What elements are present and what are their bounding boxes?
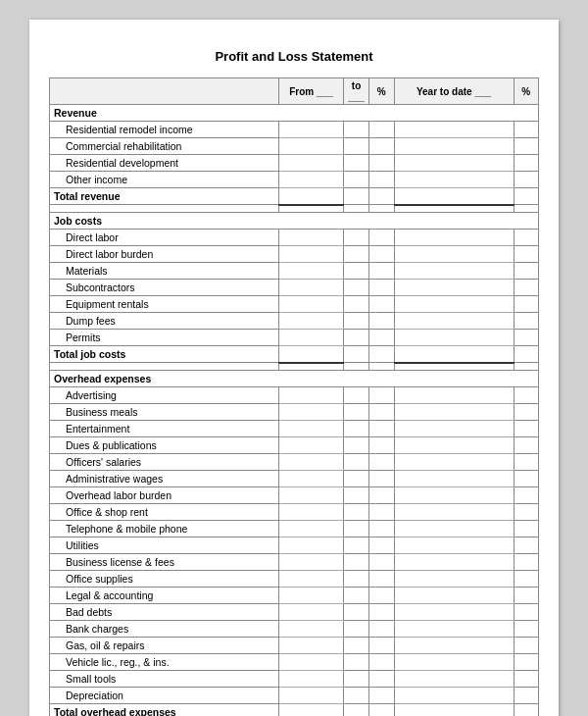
pct1-cell[interactable] bbox=[369, 437, 394, 454]
ytd-value[interactable] bbox=[394, 638, 514, 654]
from-value[interactable] bbox=[278, 155, 343, 172]
pct1-cell[interactable] bbox=[369, 387, 394, 404]
pct1-cell[interactable] bbox=[369, 638, 394, 654]
pct1-cell[interactable] bbox=[369, 454, 394, 471]
pct1-cell[interactable] bbox=[369, 521, 394, 537]
pct1-cell[interactable] bbox=[369, 571, 394, 588]
ytd-value[interactable] bbox=[394, 296, 514, 313]
pct1-cell[interactable] bbox=[369, 296, 394, 313]
pct1-cell[interactable] bbox=[369, 671, 394, 688]
ytd-value[interactable] bbox=[394, 654, 514, 671]
pct2-cell[interactable] bbox=[514, 654, 538, 671]
ytd-value[interactable] bbox=[394, 504, 514, 521]
from-value[interactable] bbox=[278, 537, 343, 554]
pct1-cell[interactable] bbox=[369, 230, 394, 246]
from-value[interactable] bbox=[278, 421, 343, 437]
from-value[interactable] bbox=[278, 313, 343, 330]
ytd-value[interactable] bbox=[394, 330, 514, 346]
pct2-cell[interactable] bbox=[514, 504, 538, 521]
pct2-cell[interactable] bbox=[514, 487, 538, 504]
pct2-cell[interactable] bbox=[514, 330, 538, 346]
pct1-cell[interactable] bbox=[369, 246, 394, 263]
from-value[interactable] bbox=[278, 172, 343, 188]
pct2-cell[interactable] bbox=[514, 404, 538, 421]
ytd-value[interactable] bbox=[394, 454, 514, 471]
ytd-value[interactable] bbox=[394, 404, 514, 421]
ytd-value[interactable] bbox=[394, 604, 514, 621]
pct1-cell[interactable] bbox=[369, 346, 394, 363]
from-value[interactable] bbox=[278, 604, 343, 621]
pct1-cell[interactable] bbox=[369, 704, 394, 717]
from-value[interactable] bbox=[278, 554, 343, 571]
pct2-cell[interactable] bbox=[514, 122, 538, 138]
pct2-cell[interactable] bbox=[514, 638, 538, 654]
ytd-value[interactable] bbox=[394, 188, 514, 205]
ytd-value[interactable] bbox=[394, 537, 514, 554]
pct1-cell[interactable] bbox=[369, 688, 394, 704]
ytd-value[interactable] bbox=[394, 487, 514, 504]
pct1-cell[interactable] bbox=[369, 421, 394, 437]
ytd-value[interactable] bbox=[394, 471, 514, 487]
pct2-cell[interactable] bbox=[514, 621, 538, 638]
from-value[interactable] bbox=[278, 330, 343, 346]
pct1-cell[interactable] bbox=[369, 554, 394, 571]
from-value[interactable] bbox=[278, 122, 343, 138]
pct2-cell[interactable] bbox=[514, 704, 538, 717]
pct1-cell[interactable] bbox=[369, 487, 394, 504]
from-value[interactable] bbox=[278, 704, 343, 717]
from-value[interactable] bbox=[278, 246, 343, 263]
from-value[interactable] bbox=[278, 671, 343, 688]
ytd-value[interactable] bbox=[394, 688, 514, 704]
ytd-value[interactable] bbox=[394, 138, 514, 155]
pct2-cell[interactable] bbox=[514, 246, 538, 263]
pct2-cell[interactable] bbox=[514, 387, 538, 404]
pct1-cell[interactable] bbox=[369, 138, 394, 155]
from-value[interactable] bbox=[278, 454, 343, 471]
pct1-cell[interactable] bbox=[369, 621, 394, 638]
pct2-cell[interactable] bbox=[514, 313, 538, 330]
ytd-value[interactable] bbox=[394, 230, 514, 246]
ytd-value[interactable] bbox=[394, 521, 514, 537]
pct2-cell[interactable] bbox=[514, 588, 538, 604]
pct2-cell[interactable] bbox=[514, 521, 538, 537]
pct2-cell[interactable] bbox=[514, 688, 538, 704]
pct1-cell[interactable] bbox=[369, 588, 394, 604]
from-value[interactable] bbox=[278, 230, 343, 246]
pct2-cell[interactable] bbox=[514, 263, 538, 280]
pct1-cell[interactable] bbox=[369, 188, 394, 205]
ytd-value[interactable] bbox=[394, 704, 514, 717]
from-value[interactable] bbox=[278, 404, 343, 421]
pct1-cell[interactable] bbox=[369, 122, 394, 138]
from-value[interactable] bbox=[278, 296, 343, 313]
ytd-value[interactable] bbox=[394, 346, 514, 363]
ytd-value[interactable] bbox=[394, 313, 514, 330]
ytd-value[interactable] bbox=[394, 246, 514, 263]
pct2-cell[interactable] bbox=[514, 571, 538, 588]
from-value[interactable] bbox=[278, 638, 343, 654]
pct1-cell[interactable] bbox=[369, 330, 394, 346]
ytd-value[interactable] bbox=[394, 571, 514, 588]
ytd-value[interactable] bbox=[394, 172, 514, 188]
pct2-cell[interactable] bbox=[514, 188, 538, 205]
pct2-cell[interactable] bbox=[514, 554, 538, 571]
from-value[interactable] bbox=[278, 387, 343, 404]
pct2-cell[interactable] bbox=[514, 230, 538, 246]
pct1-cell[interactable] bbox=[369, 155, 394, 172]
from-value[interactable] bbox=[278, 621, 343, 638]
from-value[interactable] bbox=[278, 280, 343, 296]
ytd-value[interactable] bbox=[394, 387, 514, 404]
from-value[interactable] bbox=[278, 588, 343, 604]
pct1-cell[interactable] bbox=[369, 537, 394, 554]
pct1-cell[interactable] bbox=[369, 172, 394, 188]
pct2-cell[interactable] bbox=[514, 138, 538, 155]
pct1-cell[interactable] bbox=[369, 280, 394, 296]
from-value[interactable] bbox=[278, 263, 343, 280]
pct2-cell[interactable] bbox=[514, 155, 538, 172]
pct2-cell[interactable] bbox=[514, 671, 538, 688]
ytd-value[interactable] bbox=[394, 671, 514, 688]
pct1-cell[interactable] bbox=[369, 471, 394, 487]
ytd-value[interactable] bbox=[394, 155, 514, 172]
from-value[interactable] bbox=[278, 487, 343, 504]
from-value[interactable] bbox=[278, 521, 343, 537]
pct2-cell[interactable] bbox=[514, 346, 538, 363]
